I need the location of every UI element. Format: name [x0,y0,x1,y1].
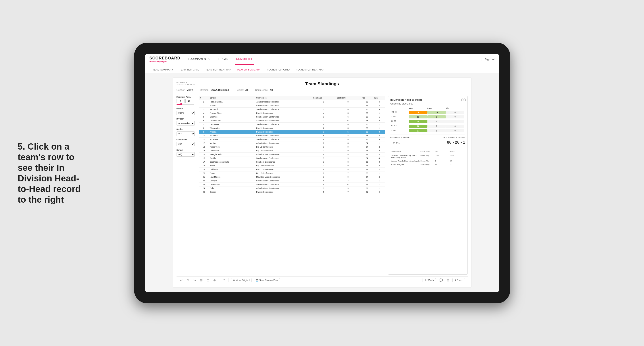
panel-header: Update time: 27/03/2024 16:56:26 Team St… [176,81,468,86]
update-time-label: Update time: [176,81,199,84]
more-button[interactable]: ⊕ [212,278,217,282]
subnav-player-summary[interactable]: PLAYER SUMMARY [234,66,264,73]
grid-button[interactable]: ⊞ [446,278,450,282]
undo-button[interactable]: ↩ [179,278,184,282]
panel-title: Team Standings [199,81,446,86]
col-reg-rank: Reg Rank [312,96,336,100]
col-rds: Rds [360,96,373,100]
nav-item-teams[interactable]: TEAMS [217,54,228,65]
nav-items: TOURNAMENTS TEAMS COMMITTEE [187,54,479,65]
h2h-tournaments: Tournament Event Type Pos Score Jackson … [390,150,465,166]
copy-button[interactable]: ⊞ [199,278,204,282]
table-row[interactable]: 10 Alabama Southeastern Conference 5 8 2… [199,134,386,138]
h2h-panel: In Division Head-to-Head University of A… [388,96,468,275]
update-time-value: 27/03/2024 16:56:26 [176,84,199,86]
table-row[interactable]: 4 Arizona State Pac-12 Conference 4 3 26… [199,111,386,115]
conference-select[interactable]: (All) [176,142,195,146]
view-original-label: View: Original [236,279,250,282]
tournament-row: Jackson T. Stephens Cup Men's Match-Play… [390,154,465,159]
view-original-button[interactable]: 👁 View: Original [231,278,252,282]
h2h-row: Top 10 3 13 0 [390,110,465,114]
gender-select[interactable]: Men's [176,111,195,115]
table-row[interactable]: 15 Georgia Tech Atlantic Coast Conferenc… [199,153,386,157]
region-select[interactable]: N/A [176,132,195,136]
table-row[interactable]: 17 East Tennessee State Southern Confere… [199,160,386,164]
table-row[interactable]: 3 Vanderbilt Southeastern Conference 2 8… [199,108,386,111]
table-row[interactable]: 11 Arkansas Southeastern Conference 6 8 … [199,138,386,141]
division-select[interactable]: NCAA Division I [176,121,195,126]
table-row[interactable]: 13 Texas Tech Big 12 Conference 1 9 27 2 [199,145,386,149]
standings-table-wrap: # School Conference Reg Rank Conf Rank R… [199,96,386,275]
filter-region: Region: All [236,89,248,91]
h2h-row: 51-100 20 3 0 [390,124,465,128]
panel-body: Minimum Rou... Gender [176,96,468,275]
table-row[interactable]: 22 Georgia Southeastern Conference 8 7 2… [199,179,386,183]
toolbar-divider2 [228,278,229,282]
table-row[interactable]: 20 Texas Big 12 Conference 3 7 20 1 [199,172,386,175]
filter-school-section: School (All) [176,149,196,157]
logo-title: SCOREBOARD [150,56,180,61]
comment-button[interactable]: 💬 [438,278,444,282]
subnav-team-summary[interactable]: TEAM SUMMARY [150,66,176,73]
table-row[interactable]: 2 Auburn Southeastern Conference 1 1 27 … [199,104,386,108]
col-win: Win [373,96,385,100]
toolbar-right: 👁 Watch 💬 ⊞ ⬆ Share [422,278,465,282]
subnav-player-h2h-grid[interactable]: PLAYER H2H GRID [264,66,293,73]
watch-button[interactable]: 👁 Watch [422,278,436,282]
annotation-area: 5. Click on a team's row to see their In… [18,141,84,205]
logo-area: SCOREBOARD Powered by clippd [150,56,180,63]
table-row[interactable]: 24 Duke Atlantic Coast Conference 5 9 27… [199,186,386,190]
table-row[interactable]: 9 Arizona Pac-12 Conference 3 5 23 3 [199,130,386,134]
standings-table: # School Conference Reg Rank Conf Rank R… [199,96,386,194]
subnav-team-h2h-grid[interactable]: TEAM H2H GRID [176,66,202,73]
table-row[interactable]: 16 Florida Southeastern Conference 7 9 2… [199,157,386,160]
table-row[interactable]: 25 Oregon Pac-12 Conference 5 7 21 0 [199,190,386,194]
top-nav: SCOREBOARD Powered by clippd TOURNAMENTS… [145,54,499,65]
save-custom-view-button[interactable]: 💾 Save Custom View [254,278,280,282]
redo-step-button[interactable]: ⟳ [186,278,190,282]
paste-button[interactable]: ⊡ [206,278,210,282]
col-conf-rank: Conf Rank [336,96,360,100]
table-row[interactable]: 12 Virginia Atlantic Coast Conference 3 … [199,141,386,145]
left-filters: Minimum Rou... Gender [176,96,196,275]
min-rnd-input1[interactable] [176,99,184,103]
nav-item-tournaments[interactable]: TOURNAMENTS [187,54,210,65]
table-row[interactable]: 5 Ole Miss Southeastern Conference 3 6 1… [199,115,386,119]
min-rnd-input2[interactable] [186,99,193,103]
table-row[interactable]: 14 Oklahoma Big 12 Conference 2 9 24 2 [199,149,386,153]
toolbar-divider1 [219,278,219,282]
logo-sub: Powered by clippd [150,61,180,63]
table-row[interactable]: 7 Tennessee Southeastern Conference 4 6 … [199,123,386,126]
h2h-divider [390,135,465,135]
h2h-record-header: Win Loss Tie [390,107,465,109]
h2h-rows-container: Top 10 3 13 0 11-25 11 8 0 26-50 25 2 1 … [390,110,465,133]
share-button[interactable]: ⬆ Share [452,278,465,282]
clock-button[interactable]: ⏱ [222,278,226,282]
sign-out-link[interactable]: Sign out [481,58,494,61]
table-row[interactable]: 6 Florida State Atlantic Coast Conferenc… [199,119,386,123]
subnav-team-h2h-heatmap[interactable]: TEAM H2H HEATMAP [202,66,234,73]
table-row[interactable]: 8 Washington Pac-12 Conference 2 8 23 1 [199,126,386,130]
filter-division-section: Division NCAA Division I [176,118,196,126]
tournament-rows: Jackson T. Stephens Cup Men's Match-Play… [390,154,465,166]
tablet-screen: SCOREBOARD Powered by clippd TOURNAMENTS… [145,54,499,292]
filter-slider[interactable] [176,104,194,105]
filter-conference-section: Conference (All) [176,139,196,146]
table-row[interactable]: 18 Illinois Big Ten Conference 1 9 23 3 [199,164,386,168]
h2h-opponents: Opponents in division: W-L-T record in-d… [390,137,465,139]
h2h-row: 26-50 25 2 1 [390,120,465,124]
table-row[interactable]: 21 New Mexico Mountain West Conference 1… [199,175,386,179]
table-row[interactable]: 1 North Carolina Atlantic Coast Conferen… [199,100,386,104]
nav-item-committee[interactable]: COMMITTEE [235,54,254,65]
h2h-row: >100 27 0 0 [390,129,465,133]
tournament-header: Tournament Event Type Pos Score [390,150,465,153]
table-row[interactable]: 23 Texas A&M Southeastern Conference 9 1… [199,183,386,186]
h2h-divider2 [390,148,465,148]
watch-icon: 👁 [424,279,427,282]
subnav-player-h2h-heatmap[interactable]: PLAYER H2H HEATMAP [293,66,327,73]
table-row[interactable]: 19 California Pac-12 Conference 4 8 24 2 [199,168,386,172]
redo-button[interactable]: ↪ [192,278,197,282]
main-content: Update time: 27/03/2024 16:56:26 Team St… [145,73,499,292]
h2h-close-button[interactable]: ✕ [461,98,466,102]
school-select[interactable]: (All) [176,152,195,157]
